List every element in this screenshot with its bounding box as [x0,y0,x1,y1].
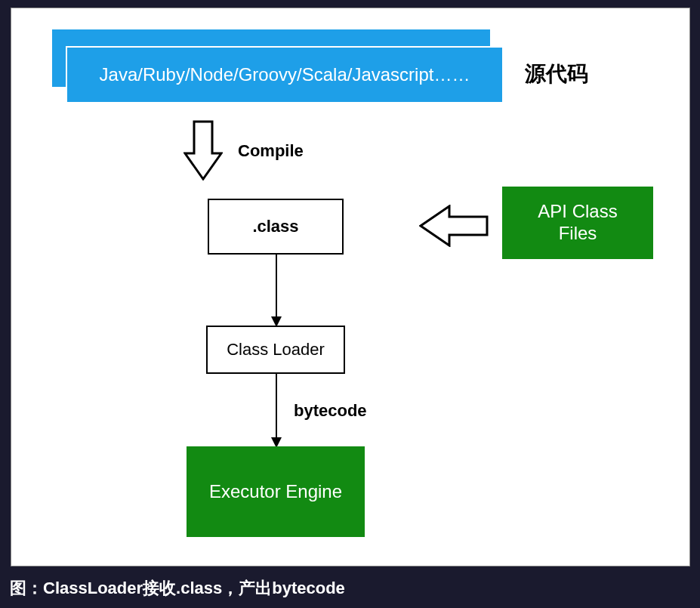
svg-marker-1 [421,206,487,245]
source-box-text: Java/Ruby/Node/Groovy/Scala/Javascript…… [100,64,470,85]
api-arrow-left-icon [419,205,489,247]
api-class-files-box: API Class Files [502,187,653,259]
class-box-text: .class [252,217,298,236]
source-box: Java/Ruby/Node/Groovy/Scala/Javascript…… [66,46,504,103]
api-box-text: API Class Files [538,201,617,245]
figure-caption: 图：ClassLoader接收.class，产出bytecode [4,574,351,603]
class-loader-box: Class Loader [206,326,345,374]
executor-engine-box: Executor Engine [187,446,365,537]
compile-label: Compile [238,141,304,161]
arrow-class-to-loader-icon [276,255,277,326]
source-label: 源代码 [525,60,588,88]
diagram-canvas: Java/Ruby/Node/Groovy/Scala/Javascript……… [11,8,690,566]
compile-arrow-down-icon [183,120,223,181]
bytecode-label: bytecode [294,401,367,421]
arrow-loader-to-executor-icon [276,374,277,446]
loader-box-text: Class Loader [227,340,325,360]
class-box: .class [208,199,344,255]
svg-marker-0 [185,122,221,179]
executor-box-text: Executor Engine [209,481,342,502]
